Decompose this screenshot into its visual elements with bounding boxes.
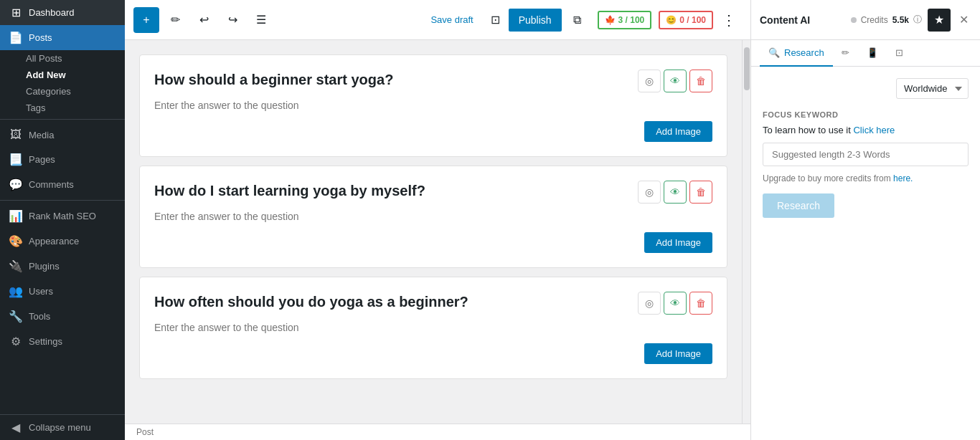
sidebar-toggle-button[interactable]: ⧉ — [565, 7, 590, 33]
sidebar-item-plugins[interactable]: 🔌 Plugins — [0, 254, 125, 279]
more-options-button[interactable]: ⋮ — [716, 9, 742, 32]
close-button[interactable]: ✕ — [956, 10, 971, 29]
preview-button[interactable]: ⊡ — [485, 9, 506, 31]
upgrade-note: Upgrade to buy more credits from here. — [763, 173, 969, 183]
faq-question-1[interactable]: How should a beginner start yoga? — [154, 70, 629, 90]
focus-keyword-note: To learn how to use it Click here — [763, 125, 969, 135]
click-here-link[interactable]: Click here — [853, 125, 895, 135]
circle-icon: 😊 — [666, 15, 677, 25]
faq-answer-1[interactable]: Enter the answer to the question — [154, 100, 712, 111]
sidebar-item-label: Comments — [29, 179, 74, 190]
sidebar-sub-add-new[interactable]: Add New — [0, 67, 125, 83]
editor-area: How should a beginner start yoga? ◎ 👁 🗑 — [125, 40, 750, 424]
faq-ai-button-2[interactable]: ◎ — [638, 181, 661, 204]
sidebar-item-media[interactable]: 🖼 Media — [0, 123, 125, 147]
faq-actions-3: ◎ 👁 🗑 — [638, 292, 712, 315]
sidebar-item-pages[interactable]: 📃 Pages — [0, 147, 125, 172]
redo-icon: ↪ — [228, 13, 237, 27]
redo-button[interactable]: ↪ — [220, 7, 245, 33]
sidebar-item-users[interactable]: 👥 Users — [0, 279, 125, 304]
sidebar-item-settings[interactable]: ⚙ Settings — [0, 329, 125, 354]
faq-trash-button-2[interactable]: 🗑 — [689, 181, 712, 204]
media-icon: 🖼 — [9, 128, 23, 141]
list-view-button[interactable]: ☰ — [248, 7, 274, 33]
tab-write[interactable]: ✏ — [833, 40, 858, 67]
undo-icon: ↩ — [199, 13, 209, 27]
sidebar-item-comments[interactable]: 💬 Comments — [0, 172, 125, 197]
content-score-badge[interactable]: 😊 0 / 100 — [659, 11, 713, 29]
comments-icon: 💬 — [9, 178, 23, 191]
post-label: Post — [136, 427, 154, 437]
seo-score-badge[interactable]: 🍁 3 / 100 — [598, 11, 652, 29]
faq-trash-button-3[interactable]: 🗑 — [689, 292, 712, 315]
preview-panel-icon: 📱 — [867, 47, 878, 58]
faq-question-2[interactable]: How do I start learning yoga by myself? — [154, 181, 629, 201]
tab-more[interactable]: ⊡ — [887, 40, 912, 67]
save-draft-button[interactable]: Save draft — [422, 10, 481, 29]
scrollbar-track[interactable] — [742, 40, 750, 424]
faq-question-3[interactable]: How often should you do yoga as a beginn… — [154, 292, 629, 312]
scrollbar-thumb[interactable] — [744, 47, 750, 90]
sidebar-item-appearance[interactable]: 🎨 Appearance — [0, 229, 125, 254]
edit-button[interactable]: ✏ — [162, 7, 188, 33]
credits-dot — [851, 17, 857, 23]
faq-trash-button-1[interactable]: 🗑 — [689, 70, 712, 92]
add-image-button-3[interactable]: Add Image — [644, 343, 712, 364]
sidebar-item-rank-math[interactable]: 📊 Rank Math SEO — [0, 204, 125, 229]
plugins-icon: 🔌 — [9, 259, 23, 273]
add-image-button-2[interactable]: Add Image — [644, 232, 712, 253]
sidebar-item-label: Appearance — [29, 236, 79, 247]
rank-math-icon: 📊 — [9, 209, 23, 223]
publish-button[interactable]: Publish — [509, 9, 562, 32]
credits-value: 5.5k — [892, 15, 909, 25]
panel-tabs: 🔍 Research ✏ 📱 ⊡ — [751, 40, 980, 67]
sidebar-sub-tags[interactable]: Tags — [0, 100, 125, 116]
faq-ai-button-3[interactable]: ◎ — [638, 292, 661, 315]
sidebar-item-label: Plugins — [29, 261, 60, 272]
faq-block-3: How often should you do yoga as a beginn… — [139, 277, 727, 379]
faq-eye-button-1[interactable]: 👁 — [664, 70, 687, 92]
sidebar-sub-categories[interactable]: Categories — [0, 83, 125, 100]
add-block-button[interactable]: + — [133, 7, 159, 33]
collapse-label: Collapse menu — [29, 422, 91, 433]
research-icon: 🔍 — [768, 47, 780, 58]
ai-icon-1: ◎ — [645, 75, 654, 87]
panel-header: Content AI Credits 5.5k ⓘ ★ ✕ — [751, 0, 980, 40]
faq-ai-button-1[interactable]: ◎ — [638, 70, 661, 92]
credits-info-icon[interactable]: ⓘ — [913, 14, 922, 26]
pages-icon: 📃 — [9, 153, 23, 166]
tab-preview[interactable]: 📱 — [858, 40, 887, 67]
faq-answer-3[interactable]: Enter the answer to the question — [154, 322, 712, 333]
sidebar-item-dashboard[interactable]: ⊞ Dashboard — [0, 0, 125, 25]
add-image-button-1[interactable]: Add Image — [644, 121, 712, 142]
star-button[interactable]: ★ — [928, 9, 951, 32]
faq-answer-2[interactable]: Enter the answer to the question — [154, 211, 712, 222]
tab-research[interactable]: 🔍 Research — [760, 40, 833, 67]
keyword-input[interactable] — [763, 143, 969, 166]
trash-icon-2: 🗑 — [696, 186, 706, 198]
faq-eye-button-3[interactable]: 👁 — [664, 292, 687, 315]
faq-eye-button-2[interactable]: 👁 — [664, 181, 687, 204]
sidebar-collapse: ◀ Collapse menu — [0, 414, 125, 440]
sidebar-item-tools[interactable]: 🔧 Tools — [0, 304, 125, 329]
dashboard-icon: ⊞ — [9, 6, 23, 19]
divider — [0, 119, 125, 120]
sidebar-item-posts[interactable]: 📄 Posts — [0, 25, 125, 50]
sidebar-sub-all-posts[interactable]: All Posts — [0, 50, 125, 67]
panel-title: Content AI — [760, 14, 845, 26]
sidebar: ⊞ Dashboard 📄 Posts All Posts Add New Ca… — [0, 0, 125, 440]
faq-header-3: How often should you do yoga as a beginn… — [154, 292, 712, 315]
upgrade-link[interactable]: here. — [893, 173, 913, 183]
collapse-menu-button[interactable]: ◀ Collapse menu — [0, 415, 125, 440]
worldwide-select[interactable]: Worldwide — [896, 78, 969, 99]
right-panel: Content AI Credits 5.5k ⓘ ★ ✕ 🔍 Research… — [750, 0, 980, 440]
toolbar: + ✏ ↩ ↪ ☰ Save draft ⊡ Publish ⧉ 🍁 3 / 1… — [125, 0, 750, 40]
undo-button[interactable]: ↩ — [191, 7, 217, 33]
sidebar-item-label: Users — [29, 286, 53, 297]
credits-label: Credits — [861, 15, 888, 25]
research-button[interactable]: Research — [763, 193, 834, 218]
more-icon: ⊡ — [895, 47, 903, 58]
ai-icon-2: ◎ — [645, 186, 654, 198]
settings-icon: ⚙ — [9, 335, 23, 348]
sidebar-item-label: Rank Math SEO — [29, 211, 96, 221]
